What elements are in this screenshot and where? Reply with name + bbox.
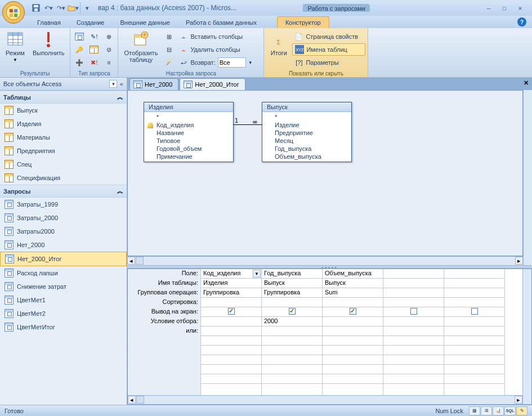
show-checkbox[interactable] [410, 308, 417, 315]
field-item[interactable]: Код_изделия [144, 121, 233, 129]
save-icon[interactable] [30, 2, 42, 14]
nav-item-table[interactable]: Спец [0, 158, 127, 171]
view-pivotchart-icon[interactable]: 📊 [493, 406, 504, 415]
dropdown-icon[interactable]: ▼ [253, 270, 261, 278]
h-scrollbar-bottom[interactable]: ◂ ▸ [128, 395, 522, 404]
builder-button[interactable]: 🪄 [162, 56, 176, 69]
query-type-update-icon[interactable]: ✎! [87, 30, 101, 43]
redo-icon[interactable]: ↷▾ [55, 2, 66, 14]
nav-item-table[interactable]: Предприятия [0, 144, 127, 158]
nav-item-query[interactable]: Расход лапши [0, 266, 127, 280]
field-item[interactable]: Месяц [262, 137, 351, 145]
tab-design[interactable]: Конструктор [277, 16, 329, 28]
grid-column[interactable] [383, 269, 444, 395]
nav-group-queries[interactable]: Запросы︽ [0, 185, 127, 198]
nav-item-query[interactable]: ЦветМет1 [0, 293, 127, 307]
splitter[interactable] [127, 265, 532, 269]
insert-columns-button[interactable]: ⫠Вставить столбцы [177, 30, 261, 43]
field-item[interactable]: Типовое [144, 137, 233, 145]
tab-external-data[interactable]: Внешние данные [113, 17, 178, 28]
grid-column[interactable] [444, 269, 505, 395]
qat-menu-icon[interactable]: ▾ [80, 2, 91, 14]
doc-tab-1[interactable]: Нет_2000 [129, 78, 178, 90]
minimize-button[interactable]: — [482, 3, 495, 12]
field-item[interactable]: Объем_выпуска [262, 153, 351, 160]
svg-rect-14 [47, 32, 50, 42]
insert-rows-button[interactable]: ⊞ [162, 30, 176, 43]
view-button[interactable]: Режим ▼ [2, 29, 28, 64]
nav-item-table[interactable]: Материалы [0, 131, 127, 144]
help-icon[interactable]: ? [517, 17, 526, 26]
view-design-icon[interactable]: ✎ [516, 406, 527, 415]
svg-rect-2 [14, 9, 17, 12]
nav-item-query[interactable]: Нет_2000_Итог [0, 252, 127, 266]
close-document-button[interactable]: ✕ [524, 79, 529, 87]
nav-group-tables[interactable]: Таблицы︽ [0, 91, 127, 104]
nav-item-query[interactable]: Нет_2000 [0, 238, 127, 252]
nav-item-query[interactable]: ЦветМетИтог [0, 320, 127, 334]
nav-item-query[interactable]: Затраты_1999 [0, 198, 127, 211]
field-item[interactable]: Примечание [144, 153, 233, 160]
query-type-crosstab-icon[interactable] [87, 43, 101, 56]
close-button[interactable]: ✕ [514, 3, 526, 12]
table-names-button[interactable]: XYZИмена таблиц [292, 43, 365, 56]
totals-button[interactable]: Σ Итоги [266, 29, 291, 57]
nav-header[interactable]: Все объекты Access ▼ « [0, 78, 127, 91]
maximize-button[interactable]: ☐ [498, 3, 511, 12]
field-item[interactable]: * [144, 113, 233, 121]
show-table-button[interactable]: + Отобразить таблицу [120, 29, 161, 64]
tab-home[interactable]: Главная [29, 17, 69, 28]
nav-item-table[interactable]: Спецификация [0, 171, 127, 185]
v-scrollbar-bottom[interactable] [522, 269, 531, 404]
query-type-maketable-icon[interactable]: 🔑 [73, 43, 86, 56]
query-type-select-icon[interactable] [73, 30, 86, 43]
field-item[interactable]: Название [144, 129, 233, 137]
tab-database-tools[interactable]: Работа с базами данных [178, 17, 265, 28]
nav-item-query[interactable]: ЦветМет2 [0, 307, 127, 320]
tab-create[interactable]: Создание [69, 17, 113, 28]
run-button[interactable]: Выполнить [29, 29, 68, 57]
table-icon [5, 133, 14, 142]
show-checkbox[interactable] [289, 308, 296, 315]
nav-collapse-button[interactable]: « [119, 80, 123, 88]
grid-column[interactable]: Код_изделия▼ИзделияГруппировка [201, 269, 262, 395]
view-pivottable-icon[interactable]: ⊞ [481, 406, 492, 415]
show-checkbox[interactable] [471, 308, 478, 315]
doc-tab-2[interactable]: Нет_2000_Итог [180, 78, 245, 90]
field-item[interactable]: Изделие [262, 121, 351, 129]
delete-columns-button[interactable]: ⫠Удалить столбцы [177, 43, 261, 56]
relationship-pane[interactable]: Изделия *Код_изделияНазваниеТиповоеГодов… [127, 90, 523, 256]
field-item[interactable]: Предприятие [262, 129, 351, 137]
nav-item-table[interactable]: Изделия [0, 117, 127, 131]
grid-column[interactable]: Год_выпускаВыпускГруппировка2000 [262, 269, 323, 395]
nav-item-query[interactable]: Снижение затрат [0, 280, 127, 293]
show-checkbox[interactable] [350, 308, 356, 315]
parameters-button[interactable]: [?]Параметры [292, 56, 365, 69]
delete-rows-button[interactable]: ⊟ [162, 43, 176, 56]
show-checkbox[interactable] [228, 308, 235, 315]
table-box-vypusk[interactable]: Выпуск *ИзделиеПредприятиеМесяцГод_выпус… [262, 102, 352, 162]
field-item[interactable]: Год_выпуска [262, 145, 351, 153]
nav-item-query[interactable]: Затраты_2000 [0, 211, 127, 225]
query-type-passthrough-icon[interactable]: ⊘ [102, 43, 115, 56]
nav-item-table[interactable]: Выпуск [0, 104, 127, 117]
office-button[interactable] [2, 1, 25, 24]
field-item[interactable]: Годовой_объем [144, 145, 233, 153]
view-sql-icon[interactable]: SQL [504, 406, 516, 415]
undo-icon[interactable]: ↶▾ [43, 2, 54, 14]
query-type-delete-icon[interactable]: ✖! [87, 56, 101, 69]
query-type-union-icon[interactable]: ⊕ [102, 30, 115, 43]
query-type-datadef-icon[interactable]: ≡ [102, 56, 115, 69]
return-select[interactable] [218, 57, 246, 68]
nav-filter-dropdown[interactable]: ▼ [109, 80, 117, 88]
nav-item-query[interactable]: Затраты2000 [0, 225, 127, 238]
property-sheet-button[interactable]: 📄Страница свойств [292, 30, 365, 43]
query-type-append-icon[interactable]: ➕ [73, 56, 86, 69]
field-item[interactable]: * [262, 113, 351, 121]
grid-column[interactable]: Объем_выпускаВыпускSum [323, 269, 383, 395]
relationship-line[interactable] [234, 124, 262, 125]
table-box-izdeliya[interactable]: Изделия *Код_изделияНазваниеТиповоеГодов… [144, 102, 234, 162]
open-icon[interactable]: ▾ [68, 2, 79, 14]
v-scrollbar-top[interactable] [523, 90, 532, 265]
view-datasheet-icon[interactable]: ▦ [469, 406, 480, 415]
